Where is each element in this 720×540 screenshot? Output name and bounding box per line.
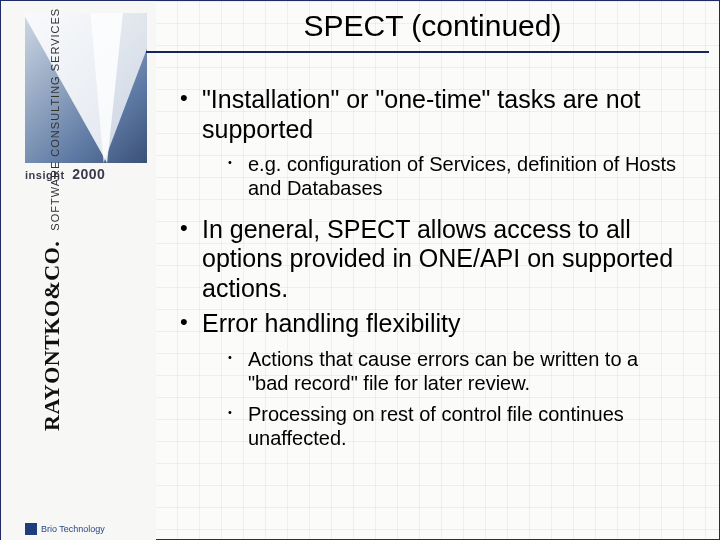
brio-logo: Brio Technology bbox=[25, 523, 147, 535]
slide: insight 2000 RAYONTKO&CO. SOFTWARE CONSU… bbox=[0, 0, 720, 540]
bullet-item: "Installation" or "one-time" tasks are n… bbox=[180, 85, 697, 201]
sub-item: e.g. configuration of Services, definiti… bbox=[228, 152, 677, 201]
brio-label: Brio Technology bbox=[41, 524, 105, 534]
sub-text: Processing on rest of control file conti… bbox=[248, 403, 624, 449]
left-sidebar: insight 2000 RAYONTKO&CO. SOFTWARE CONSU… bbox=[1, 1, 156, 540]
page-title: SPECT (continued) bbox=[294, 9, 572, 43]
title-wrap: SPECT (continued) bbox=[156, 1, 709, 61]
sub-list: Actions that cause errors can be written… bbox=[228, 347, 677, 451]
bullet-text: In general, SPECT allows access to all o… bbox=[202, 215, 673, 302]
brand-tagline: SOFTWARE CONSULTING SERVICES bbox=[49, 8, 61, 231]
sub-item: Processing on rest of control file conti… bbox=[228, 402, 677, 451]
sub-text: Actions that cause errors can be written… bbox=[248, 348, 638, 394]
sub-list: e.g. configuration of Services, definiti… bbox=[228, 152, 677, 201]
bullet-text: "Installation" or "one-time" tasks are n… bbox=[202, 85, 640, 143]
sub-text: e.g. configuration of Services, definiti… bbox=[248, 153, 676, 199]
brio-icon bbox=[25, 523, 37, 535]
bullet-item: Error handling flexibility Actions that … bbox=[180, 309, 697, 450]
insight-year: 2000 bbox=[72, 166, 105, 182]
company-brand-vertical: RAYONTKO&CO. SOFTWARE CONSULTING SERVICE… bbox=[39, 131, 65, 431]
brand-name: RAYONTKO&CO. bbox=[39, 241, 64, 431]
bullet-text: Error handling flexibility bbox=[202, 309, 460, 337]
content-area: SPECT (continued) "Installation" or "one… bbox=[156, 1, 709, 539]
bullet-item: In general, SPECT allows access to all o… bbox=[180, 215, 697, 304]
sub-item: Actions that cause errors can be written… bbox=[228, 347, 677, 396]
title-underline bbox=[146, 51, 709, 53]
bullet-list: "Installation" or "one-time" tasks are n… bbox=[180, 85, 697, 450]
